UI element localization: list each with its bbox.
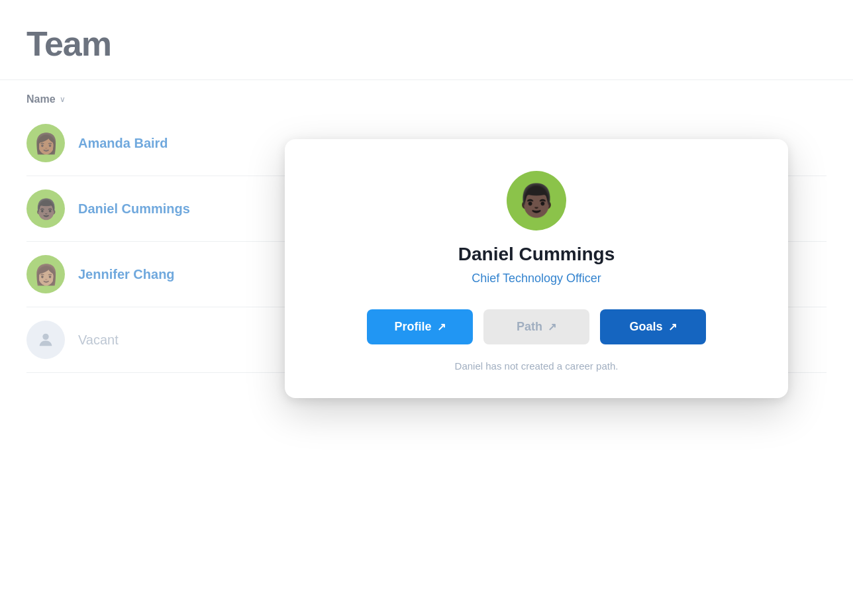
modal-person-name: Daniel Cummings [458, 244, 615, 265]
profile-button[interactable]: Profile ↗ [367, 309, 473, 344]
modal-avatar: 👨🏿 [507, 171, 566, 231]
profile-modal: 👨🏿 Daniel Cummings Chief Technology Offi… [285, 139, 788, 398]
modal-person-title: Chief Technology Officer [472, 272, 601, 285]
path-button[interactable]: Path ↗ [483, 309, 589, 344]
modal-avatar-emoji: 👨🏿 [517, 182, 556, 219]
goals-button[interactable]: Goals ↗ [600, 309, 706, 344]
modal-action-buttons: Profile ↗ Path ↗ Goals ↗ [367, 309, 706, 344]
modal-caption: Daniel has not created a career path. [455, 360, 619, 372]
